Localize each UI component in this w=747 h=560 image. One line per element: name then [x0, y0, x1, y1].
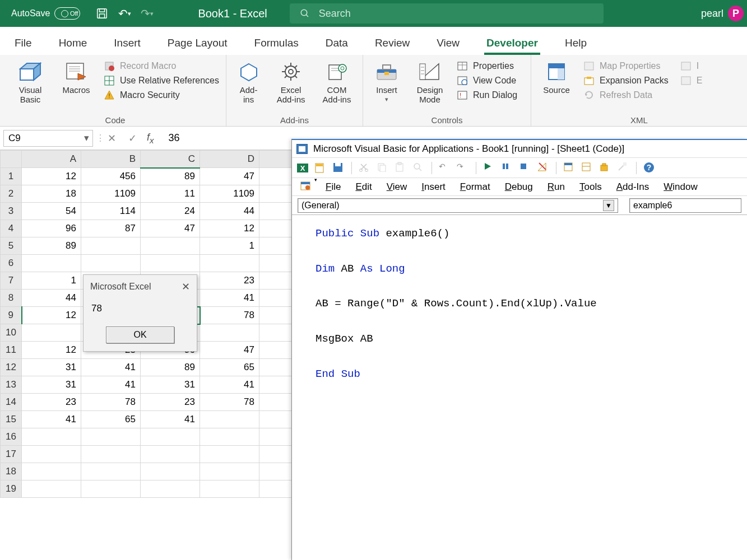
row-header-18[interactable]: 18: [1, 463, 22, 480]
vba-menu-edit[interactable]: Edit: [355, 181, 372, 193]
cell-D3[interactable]: 44: [200, 203, 259, 220]
cell-D14[interactable]: 78: [200, 394, 259, 411]
autosave-toggle[interactable]: AutoSave Off: [11, 7, 80, 20]
row-header-4[interactable]: 4: [1, 220, 22, 237]
run-icon[interactable]: [483, 162, 495, 174]
cell-D7[interactable]: 23: [200, 272, 259, 290]
tab-insert[interactable]: Insert: [112, 32, 143, 55]
cell-B13[interactable]: 41: [81, 376, 141, 394]
fx-icon[interactable]: fx: [147, 132, 154, 145]
reset-icon[interactable]: [519, 162, 531, 174]
cell-A2[interactable]: 18: [22, 185, 81, 203]
cell-D13[interactable]: 41: [200, 376, 259, 394]
cell-B18[interactable]: [81, 463, 141, 480]
select-all-cell[interactable]: [1, 151, 22, 168]
col-header-C[interactable]: C: [141, 151, 200, 168]
tab-page-layout[interactable]: Page Layout: [165, 32, 230, 55]
redo-icon[interactable]: ↷▾: [141, 7, 153, 20]
cell-D15[interactable]: [200, 411, 259, 428]
user-info[interactable]: pearl P: [701, 6, 744, 21]
autosave-switch[interactable]: Off: [54, 7, 80, 20]
properties-window-icon[interactable]: [581, 162, 593, 174]
cell-A16[interactable]: [22, 428, 81, 446]
cell-B16[interactable]: [81, 428, 141, 446]
vba-menu-addins[interactable]: Add-Ins: [616, 181, 649, 193]
vba-menu-insert[interactable]: Insert: [421, 181, 446, 193]
insert-module-icon[interactable]: ▾: [314, 162, 327, 174]
view-code-button[interactable]: View Code: [456, 75, 517, 86]
save-icon[interactable]: [96, 7, 108, 20]
cell-B1[interactable]: 456: [81, 168, 141, 185]
cell-D4[interactable]: 12: [200, 220, 259, 237]
vba-editor-window[interactable]: Microsoft Visual Basic for Applications …: [291, 139, 747, 560]
row-header-13[interactable]: 13: [1, 376, 22, 394]
message-box-titlebar[interactable]: Microsoft Excel ✕: [83, 275, 197, 298]
chevron-down-icon[interactable]: ▼: [603, 200, 614, 211]
cell-A15[interactable]: 41: [22, 411, 81, 428]
cell-D19[interactable]: [200, 480, 259, 498]
row-header-11[interactable]: 11: [1, 342, 22, 359]
cell-C18[interactable]: [141, 463, 200, 480]
cell-B14[interactable]: 78: [81, 394, 141, 411]
tab-formulas[interactable]: Formulas: [252, 32, 301, 55]
cell-A17[interactable]: [22, 446, 81, 463]
cell-C4[interactable]: 47: [141, 220, 200, 237]
row-header-15[interactable]: 15: [1, 411, 22, 428]
cell-D1[interactable]: 47: [200, 168, 259, 185]
cell-A14[interactable]: 23: [22, 394, 81, 411]
row-header-2[interactable]: 2: [1, 185, 22, 203]
cell-B15[interactable]: 65: [81, 411, 141, 428]
cell-B2[interactable]: 1109: [81, 185, 141, 203]
cell-B12[interactable]: 41: [81, 359, 141, 376]
cell-A19[interactable]: [22, 480, 81, 498]
redo-icon[interactable]: ↷: [457, 162, 469, 174]
vba-window-icon[interactable]: [300, 181, 312, 193]
cell-C14[interactable]: 23: [141, 394, 200, 411]
undo-icon[interactable]: ↶: [439, 162, 451, 174]
cell-A1[interactable]: 12: [22, 168, 81, 185]
cell-A12[interactable]: 31: [22, 359, 81, 376]
row-header-1[interactable]: 1: [1, 168, 22, 185]
vba-object-dropdown[interactable]: (General)▼: [298, 198, 618, 213]
record-macro-button[interactable]: Record Macro: [103, 60, 219, 72]
macro-security-button[interactable]: !Macro Security: [103, 90, 219, 101]
tab-view[interactable]: View: [434, 32, 462, 55]
toolbox-icon[interactable]: [617, 162, 629, 174]
refresh-data-button[interactable]: Refresh Data: [583, 90, 669, 101]
expansion-packs-button[interactable]: Expansion Packs: [583, 75, 669, 86]
cell-D6[interactable]: [200, 255, 259, 272]
save-icon[interactable]: [332, 162, 345, 174]
cell-A18[interactable]: [22, 463, 81, 480]
cell-C6[interactable]: [141, 255, 200, 272]
name-box[interactable]: C9▾: [3, 130, 93, 147]
row-header-16[interactable]: 16: [1, 428, 22, 446]
cell-C13[interactable]: 31: [141, 376, 200, 394]
cell-D17[interactable]: [200, 446, 259, 463]
design-mode-icon[interactable]: [537, 162, 549, 174]
cell-D16[interactable]: [200, 428, 259, 446]
cell-D9[interactable]: 78: [200, 307, 259, 324]
cut-icon[interactable]: [359, 162, 371, 174]
cell-C15[interactable]: 41: [141, 411, 200, 428]
avatar[interactable]: P: [728, 6, 744, 21]
cell-D8[interactable]: 41: [200, 290, 259, 307]
cell-A9[interactable]: 12: [22, 307, 81, 324]
row-header-10[interactable]: 10: [1, 324, 22, 342]
cell-C3[interactable]: 24: [141, 203, 200, 220]
vba-code-pane[interactable]: Public Sub example6() Dim AB As Long AB …: [292, 215, 747, 391]
cell-A11[interactable]: 12: [22, 342, 81, 359]
cell-B5[interactable]: [81, 237, 141, 255]
cell-C5[interactable]: [141, 237, 200, 255]
cell-C17[interactable]: [141, 446, 200, 463]
vba-menu-debug[interactable]: Debug: [505, 181, 533, 193]
cell-D11[interactable]: 47: [200, 342, 259, 359]
cancel-icon[interactable]: ✕: [108, 132, 116, 144]
row-header-5[interactable]: 5: [1, 237, 22, 255]
cell-B4[interactable]: 87: [81, 220, 141, 237]
export-button[interactable]: E: [680, 75, 703, 86]
cell-A5[interactable]: 89: [22, 237, 81, 255]
cell-B6[interactable]: [81, 255, 141, 272]
col-header-B[interactable]: B: [81, 151, 141, 168]
row-header-3[interactable]: 3: [1, 203, 22, 220]
cell-C12[interactable]: 89: [141, 359, 200, 376]
